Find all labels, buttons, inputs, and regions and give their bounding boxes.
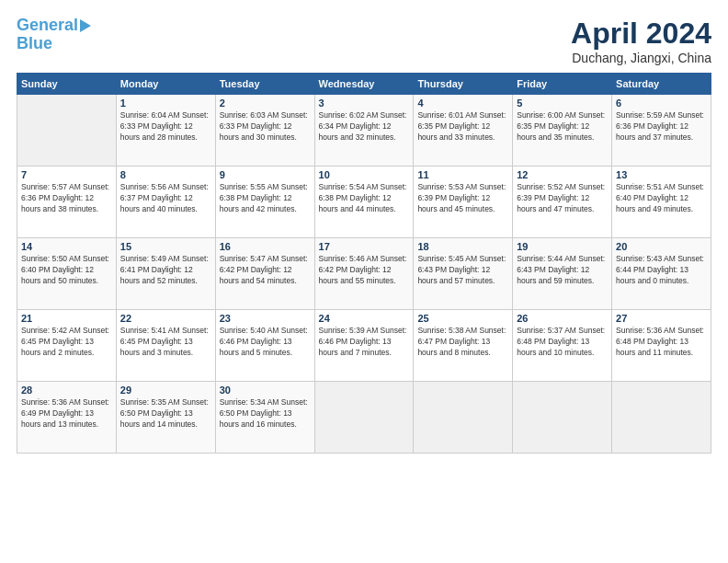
logo-arrow-icon	[80, 19, 91, 32]
day-number: 5	[517, 98, 608, 109]
cell-info: Sunrise: 5:40 AM Sunset: 6:46 PM Dayligh…	[220, 326, 311, 359]
cell-info: Sunrise: 5:45 AM Sunset: 6:43 PM Dayligh…	[417, 254, 508, 287]
calendar-cell: 10Sunrise: 5:54 AM Sunset: 6:38 PM Dayli…	[314, 167, 414, 238]
cell-info: Sunrise: 5:50 AM Sunset: 6:40 PM Dayligh…	[21, 254, 112, 287]
calendar-cell: 15Sunrise: 5:49 AM Sunset: 6:41 PM Dayli…	[116, 238, 215, 310]
cell-info: Sunrise: 5:56 AM Sunset: 6:37 PM Dayligh…	[120, 182, 211, 215]
week-row-3: 14Sunrise: 5:50 AM Sunset: 6:40 PM Dayli…	[17, 238, 711, 310]
day-number: 21	[21, 313, 112, 324]
day-number: 26	[517, 313, 608, 324]
col-header-sunday: Sunday	[17, 74, 117, 95]
title-block: April 2024 Duchang, Jiangxi, China	[571, 17, 711, 65]
cell-info: Sunrise: 5:59 AM Sunset: 6:36 PM Dayligh…	[616, 110, 707, 144]
calendar-cell	[17, 95, 117, 167]
calendar-cell: 11Sunrise: 5:53 AM Sunset: 6:39 PM Dayli…	[414, 167, 513, 238]
day-number: 30	[220, 385, 311, 396]
day-number: 9	[220, 169, 311, 180]
cell-info: Sunrise: 6:01 AM Sunset: 6:35 PM Dayligh…	[417, 110, 508, 144]
calendar-cell: 21Sunrise: 5:42 AM Sunset: 6:45 PM Dayli…	[17, 310, 117, 382]
day-number: 7	[21, 169, 112, 180]
day-number: 8	[120, 169, 211, 180]
calendar-cell: 13Sunrise: 5:51 AM Sunset: 6:40 PM Dayli…	[612, 167, 711, 238]
cell-info: Sunrise: 6:03 AM Sunset: 6:33 PM Dayligh…	[220, 110, 311, 144]
calendar-cell: 7Sunrise: 5:57 AM Sunset: 6:36 PM Daylig…	[17, 167, 117, 238]
cell-info: Sunrise: 5:35 AM Sunset: 6:50 PM Dayligh…	[120, 397, 211, 431]
day-number: 12	[517, 169, 608, 180]
day-number: 15	[120, 241, 211, 252]
day-number: 19	[517, 241, 608, 252]
calendar-cell: 27Sunrise: 5:36 AM Sunset: 6:48 PM Dayli…	[612, 310, 711, 382]
cell-info: Sunrise: 5:36 AM Sunset: 6:49 PM Dayligh…	[21, 397, 112, 431]
calendar-cell	[414, 382, 513, 454]
calendar-cell: 25Sunrise: 5:38 AM Sunset: 6:47 PM Dayli…	[414, 310, 513, 382]
cell-info: Sunrise: 6:00 AM Sunset: 6:35 PM Dayligh…	[517, 110, 608, 144]
calendar-cell: 22Sunrise: 5:41 AM Sunset: 6:45 PM Dayli…	[116, 310, 215, 382]
cell-info: Sunrise: 5:46 AM Sunset: 6:42 PM Dayligh…	[319, 254, 410, 287]
col-header-thursday: Thursday	[414, 74, 513, 95]
logo-text: General	[17, 17, 78, 35]
col-header-saturday: Saturday	[612, 74, 711, 95]
day-number: 6	[616, 98, 707, 109]
calendar-cell: 30Sunrise: 5:34 AM Sunset: 6:50 PM Dayli…	[215, 382, 314, 454]
cell-info: Sunrise: 6:04 AM Sunset: 6:33 PM Dayligh…	[120, 110, 211, 144]
day-number: 11	[417, 169, 508, 180]
day-number: 27	[616, 313, 707, 324]
logo-blue: Blue	[17, 35, 52, 53]
logo: General Blue	[17, 17, 91, 53]
cell-info: Sunrise: 5:38 AM Sunset: 6:47 PM Dayligh…	[417, 326, 508, 359]
header: General Blue April 2024 Duchang, Jiangxi…	[17, 17, 711, 65]
week-row-4: 21Sunrise: 5:42 AM Sunset: 6:45 PM Dayli…	[17, 310, 711, 382]
col-header-tuesday: Tuesday	[215, 74, 314, 95]
cell-info: Sunrise: 5:55 AM Sunset: 6:38 PM Dayligh…	[220, 182, 311, 215]
calendar-cell: 9Sunrise: 5:55 AM Sunset: 6:38 PM Daylig…	[215, 167, 314, 238]
calendar-cell: 4Sunrise: 6:01 AM Sunset: 6:35 PM Daylig…	[414, 95, 513, 167]
cell-info: Sunrise: 5:53 AM Sunset: 6:39 PM Dayligh…	[417, 182, 508, 215]
day-number: 4	[417, 98, 508, 109]
logo-general: General	[17, 16, 78, 34]
calendar-cell: 23Sunrise: 5:40 AM Sunset: 6:46 PM Dayli…	[215, 310, 314, 382]
day-number: 20	[616, 241, 707, 252]
calendar-cell: 14Sunrise: 5:50 AM Sunset: 6:40 PM Dayli…	[17, 238, 117, 310]
cell-info: Sunrise: 5:51 AM Sunset: 6:40 PM Dayligh…	[616, 182, 707, 215]
calendar-cell: 29Sunrise: 5:35 AM Sunset: 6:50 PM Dayli…	[116, 382, 215, 454]
day-number: 28	[21, 385, 112, 396]
day-number: 16	[220, 241, 311, 252]
header-row: SundayMondayTuesdayWednesdayThursdayFrid…	[17, 74, 711, 95]
cell-info: Sunrise: 5:49 AM Sunset: 6:41 PM Dayligh…	[120, 254, 211, 287]
day-number: 13	[616, 169, 707, 180]
calendar-cell: 28Sunrise: 5:36 AM Sunset: 6:49 PM Dayli…	[17, 382, 117, 454]
calendar-cell: 24Sunrise: 5:39 AM Sunset: 6:46 PM Dayli…	[314, 310, 414, 382]
col-header-monday: Monday	[116, 74, 215, 95]
calendar-cell	[612, 382, 711, 454]
day-number: 24	[319, 313, 410, 324]
day-number: 17	[319, 241, 410, 252]
col-header-friday: Friday	[513, 74, 612, 95]
calendar-cell: 26Sunrise: 5:37 AM Sunset: 6:48 PM Dayli…	[513, 310, 612, 382]
week-row-1: 1Sunrise: 6:04 AM Sunset: 6:33 PM Daylig…	[17, 95, 711, 167]
cell-info: Sunrise: 5:41 AM Sunset: 6:45 PM Dayligh…	[120, 326, 211, 359]
calendar-cell: 18Sunrise: 5:45 AM Sunset: 6:43 PM Dayli…	[414, 238, 513, 310]
cell-info: Sunrise: 5:39 AM Sunset: 6:46 PM Dayligh…	[319, 326, 410, 359]
day-number: 14	[21, 241, 112, 252]
day-number: 3	[319, 98, 410, 109]
week-row-2: 7Sunrise: 5:57 AM Sunset: 6:36 PM Daylig…	[17, 167, 711, 238]
month-title: April 2024	[571, 17, 711, 51]
calendar-cell: 3Sunrise: 6:02 AM Sunset: 6:34 PM Daylig…	[314, 95, 414, 167]
cell-info: Sunrise: 5:44 AM Sunset: 6:43 PM Dayligh…	[517, 254, 608, 287]
cell-info: Sunrise: 5:34 AM Sunset: 6:50 PM Dayligh…	[220, 397, 311, 431]
week-row-5: 28Sunrise: 5:36 AM Sunset: 6:49 PM Dayli…	[17, 382, 711, 454]
calendar-cell: 16Sunrise: 5:47 AM Sunset: 6:42 PM Dayli…	[215, 238, 314, 310]
day-number: 10	[319, 169, 410, 180]
calendar-cell: 20Sunrise: 5:43 AM Sunset: 6:44 PM Dayli…	[612, 238, 711, 310]
day-number: 22	[120, 313, 211, 324]
location: Duchang, Jiangxi, China	[571, 51, 711, 65]
calendar-cell: 19Sunrise: 5:44 AM Sunset: 6:43 PM Dayli…	[513, 238, 612, 310]
cell-info: Sunrise: 5:43 AM Sunset: 6:44 PM Dayligh…	[616, 254, 707, 287]
page: General Blue April 2024 Duchang, Jiangxi…	[0, 0, 728, 563]
day-number: 18	[417, 241, 508, 252]
day-number: 25	[417, 313, 508, 324]
cell-info: Sunrise: 6:02 AM Sunset: 6:34 PM Dayligh…	[319, 110, 410, 144]
calendar-table: SundayMondayTuesdayWednesdayThursdayFrid…	[17, 73, 711, 454]
calendar-cell	[513, 382, 612, 454]
cell-info: Sunrise: 5:52 AM Sunset: 6:39 PM Dayligh…	[517, 182, 608, 215]
